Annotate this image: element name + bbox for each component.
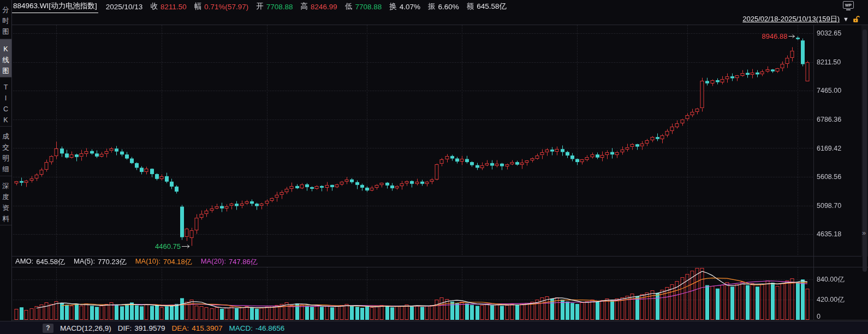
close-value: 8211.50	[160, 3, 187, 11]
sidebar-tab-minute-chart[interactable]: 分 时 图	[0, 0, 11, 39]
low-value: 7708.88	[355, 3, 382, 11]
price-tick-label: 6169.42	[817, 145, 841, 152]
vol-ma5-readout: MA(5): 770.23亿	[74, 257, 127, 267]
field-open: 开 7708.88	[256, 2, 293, 11]
sidebar-tab-tick[interactable]: T I C K	[0, 77, 11, 127]
unlock-icon[interactable]	[852, 15, 860, 23]
price-tick-label: 5098.70	[817, 202, 841, 210]
change-value: 0.71%(57.97)	[204, 3, 248, 11]
right-scroll-strip[interactable]	[861, 25, 868, 257]
volume-tick-label: 840.00亿	[817, 275, 845, 284]
left-tab-strip: 分 时 图 K 线 图 T I C K 成 交 明 细 深 度 资 料	[0, 0, 12, 334]
price-tick-label: 5608.56	[817, 173, 841, 181]
macd-formula[interactable]: MACD(12,26,9)	[60, 324, 111, 332]
volume-indicator-header: AMO: 645.58亿 MA(5): 770.23亿 MA(10): 704.…	[12, 257, 813, 267]
field-amplitude: 振 6.60%	[428, 2, 459, 11]
field-low: 低 7708.88	[345, 2, 382, 11]
chevron-down-icon[interactable]: ▼	[843, 16, 849, 22]
macd-status-bar: ? MACD(12,26,9) DIF: 391.9579 DEA: 415.3…	[0, 321, 868, 334]
wp-monitor-icon[interactable]: WP	[843, 1, 854, 10]
help-button[interactable]: ?	[43, 324, 53, 333]
vol-ma10-readout: MA(10): 704.18亿	[135, 257, 192, 267]
dea-readout: DEA: 415.3907	[172, 324, 223, 332]
trade-date: 2025/10/13	[106, 3, 143, 11]
volume-tick-label: 0	[817, 313, 821, 320]
range-toolbar: 2025/02/18-2025/10/13(159日) ▼	[12, 14, 868, 25]
vol-ma20-readout: MA(20): 747.86亿	[201, 257, 258, 267]
open-value: 7708.88	[266, 3, 293, 11]
expand-more-chevron[interactable]: »	[862, 229, 866, 237]
symbol-title[interactable]: 884963.WI[动力电池指数]	[12, 1, 98, 13]
field-turnover: 换 4.07%	[389, 2, 420, 11]
macd-readout: MACD: -46.8656	[229, 324, 284, 332]
high-value: 8246.99	[311, 3, 337, 11]
price-tick-label: 9032.65	[817, 29, 841, 37]
sidebar-tab-depth-info[interactable]: 深 度 资 料	[0, 176, 11, 225]
price-tick-label: 8211.50	[817, 58, 841, 66]
field-amount: 额 645.58亿	[467, 2, 507, 11]
field-close: 收 8211.50	[150, 2, 186, 11]
sidebar-tab-kline-chart[interactable]: K 线 图	[0, 39, 11, 77]
price-tick-label: 7465.00	[817, 87, 841, 94]
amplitude-value: 6.60%	[438, 3, 459, 11]
field-high: 高 8246.99	[301, 2, 337, 11]
kline-chart-canvas[interactable]	[0, 0, 868, 334]
date-range-button[interactable]: 2025/02/18-2025/10/13(159日)	[742, 14, 840, 24]
price-tick-label: 4635.18	[817, 230, 841, 238]
amount-value: 645.58亿	[477, 2, 507, 11]
amo-readout: AMO: 645.58亿	[15, 257, 65, 267]
quote-header: 884963.WI[动力电池指数] 2025/10/13 收 8211.50 幅…	[12, 0, 868, 13]
sidebar-tab-trade-detail[interactable]: 成 交 明 细	[0, 127, 11, 176]
price-tick-label: 6786.36	[817, 116, 841, 123]
volume-tick-label: 420.00亿	[817, 295, 845, 305]
turnover-value: 4.07%	[400, 3, 420, 11]
field-change: 幅 0.71%(57.97)	[194, 2, 249, 11]
dif-readout: DIF: 391.9579	[118, 324, 165, 332]
